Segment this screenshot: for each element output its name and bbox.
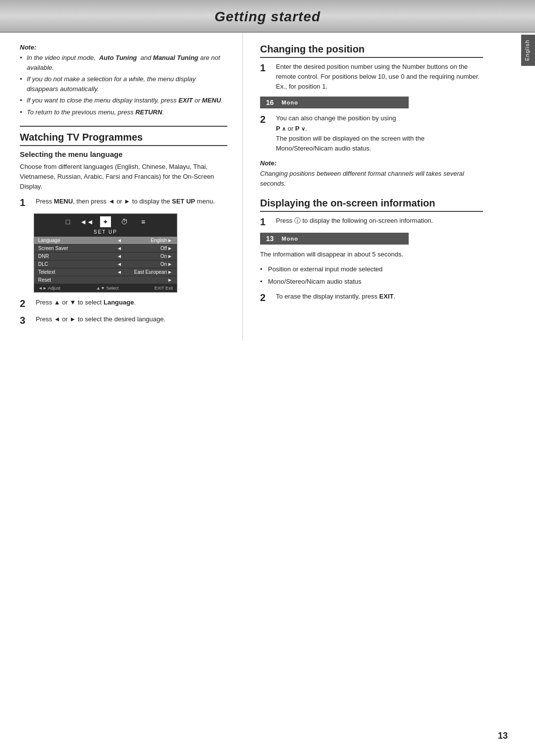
- note-label: Note:: [20, 44, 227, 51]
- changing-step-2-num: 2: [260, 113, 272, 125]
- step-2: 2 Press ▲ or ▼ to select Language.: [20, 298, 227, 309]
- displaying-step-2-content: To erase the display instantly, press EX…: [276, 292, 483, 302]
- section-divider-1: [20, 126, 227, 127]
- note-item-1: In the video input mode, Auto Tuning and…: [20, 53, 227, 72]
- step-1-num: 1: [20, 197, 32, 208]
- note-section: Note: In the video input mode, Auto Tuni…: [20, 44, 227, 117]
- changing-step-2: 2 You can also change the position by us…: [260, 113, 483, 153]
- selecting-body: Choose from different languages (English…: [20, 162, 227, 192]
- note-item-3: If you want to close the menu display in…: [20, 96, 227, 105]
- menu-image: □ ◄◄ ✦ ⏱ ≡ SET UP Language ◄ English ► S…: [34, 213, 177, 293]
- menu-icon-3: ⏱: [119, 216, 130, 227]
- selecting-subheading: Selecting the menu language: [20, 150, 227, 158]
- step-1: 1 Press MENU, then press ◄ or ► to displ…: [20, 197, 227, 208]
- page-title: Getting started: [214, 9, 321, 24]
- watching-heading: Watching TV Programmes: [20, 132, 227, 146]
- changing-step-2-content: You can also change the position by usin…: [276, 113, 483, 153]
- right-column: Changing the position 1 Enter the desire…: [243, 33, 510, 341]
- menu-icon-2-active: ✦: [100, 216, 111, 227]
- note2-label: Note:: [260, 159, 483, 167]
- p-up-symbol: P ∧: [276, 125, 286, 132]
- tv-bar2-num: 13: [266, 235, 274, 243]
- p-down-symbol: P ∨: [295, 125, 305, 132]
- menu-bottom: ◄► Adjust ▲▼ Select EXIT Exit: [34, 284, 177, 292]
- displaying-info: The information will disappear in about …: [260, 250, 483, 259]
- bullet-item-2: Mono/Stereo/Nicam audio status: [260, 277, 483, 287]
- menu-setup-label: SET UP: [34, 228, 177, 237]
- displaying-step-1-content: Press ⓘ to display the following on-scre…: [276, 216, 483, 226]
- bullet-list: Position or external input mode selected…: [260, 264, 483, 286]
- language-tab: English: [521, 35, 535, 66]
- tv-bar1-num: 16: [266, 99, 274, 106]
- changing-step-1: 1 Enter the desired position number usin…: [260, 62, 483, 92]
- tv-bar1-label: Mono: [282, 100, 298, 105]
- note-section-2: Note: Changing positions between differe…: [260, 159, 483, 189]
- menu-bottom-exit: EXIT Exit: [155, 286, 173, 291]
- step-2-num: 2: [20, 298, 32, 309]
- step-3-content: Press ◄ or ► to select the desired langu…: [36, 314, 227, 324]
- tv-display-bar-1: 16 Mono: [260, 97, 409, 108]
- page-header: Getting started: [0, 0, 535, 33]
- or-text: or: [288, 125, 295, 132]
- page-number: 13: [498, 731, 508, 741]
- menu-icon-1: ◄◄: [81, 216, 92, 227]
- step-3-num: 3: [20, 314, 32, 326]
- menu-icon-0: □: [62, 216, 73, 227]
- displaying-heading: Displaying the on-screen information: [260, 198, 483, 212]
- menu-icons-row: □ ◄◄ ✦ ⏱ ≡: [34, 214, 177, 228]
- menu-row-language: Language ◄ English ►: [34, 237, 177, 244]
- note2-text-em: Changing positions between different for…: [260, 170, 464, 187]
- note-item-2: If you do not make a selection for a whi…: [20, 74, 227, 94]
- note-item-4: To return to the previous menu, press RE…: [20, 107, 227, 117]
- menu-row-teletext: Teletext ◄ East European ►: [34, 268, 177, 276]
- displaying-step-2-num: 2: [260, 292, 272, 303]
- menu-row-dnr: DNR ◄ On ►: [34, 252, 177, 260]
- menu-row-reset: Reset ►: [34, 276, 177, 284]
- displaying-step-2: 2 To erase the display instantly, press …: [260, 292, 483, 303]
- menu-bottom-adjust: ◄► Adjust: [38, 286, 60, 291]
- step-3: 3 Press ◄ or ► to select the desired lan…: [20, 314, 227, 326]
- tv-display-bar-2: 13 Mono: [260, 233, 409, 245]
- bullet-item-1: Position or external input mode selected: [260, 264, 483, 274]
- note-list: In the video input mode, Auto Tuning and…: [20, 53, 227, 117]
- changing-heading: Changing the position: [260, 44, 483, 58]
- tv-bar2-label: Mono: [282, 236, 298, 242]
- main-content: Note: In the video input mode, Auto Tuni…: [0, 33, 535, 341]
- menu-row-screensaver: Screen Saver ◄ Off ►: [34, 245, 177, 252]
- step-2-content: Press ▲ or ▼ to select Language.: [36, 298, 227, 307]
- left-column: Note: In the video input mode, Auto Tuni…: [0, 33, 243, 341]
- note2-text: Changing positions between different for…: [260, 169, 483, 189]
- menu-icon-4: ≡: [138, 216, 149, 227]
- displaying-step-1-num: 1: [260, 216, 272, 228]
- changing-step-1-num: 1: [260, 62, 272, 74]
- menu-row-dlc: DLC ◄ On ►: [34, 260, 177, 268]
- menu-bottom-select: ▲▼ Select: [96, 286, 118, 291]
- step-1-content: Press MENU, then press ◄ or ► to display…: [36, 197, 227, 206]
- displaying-step-1: 1 Press ⓘ to display the following on-sc…: [260, 216, 483, 228]
- changing-step-1-content: Enter the desired position number using …: [276, 62, 483, 92]
